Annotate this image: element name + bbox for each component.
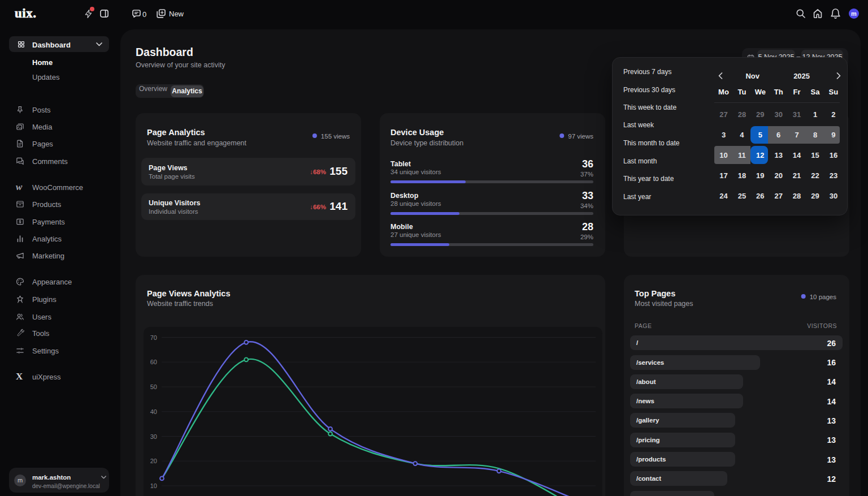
svg-text:30: 30 xyxy=(150,433,157,440)
svg-text:70: 70 xyxy=(150,334,157,341)
svg-text:60: 60 xyxy=(150,359,157,365)
svg-text:40: 40 xyxy=(150,408,157,415)
svg-text:10: 10 xyxy=(150,482,157,489)
svg-text:50: 50 xyxy=(150,383,157,390)
svg-text:20: 20 xyxy=(150,458,157,464)
